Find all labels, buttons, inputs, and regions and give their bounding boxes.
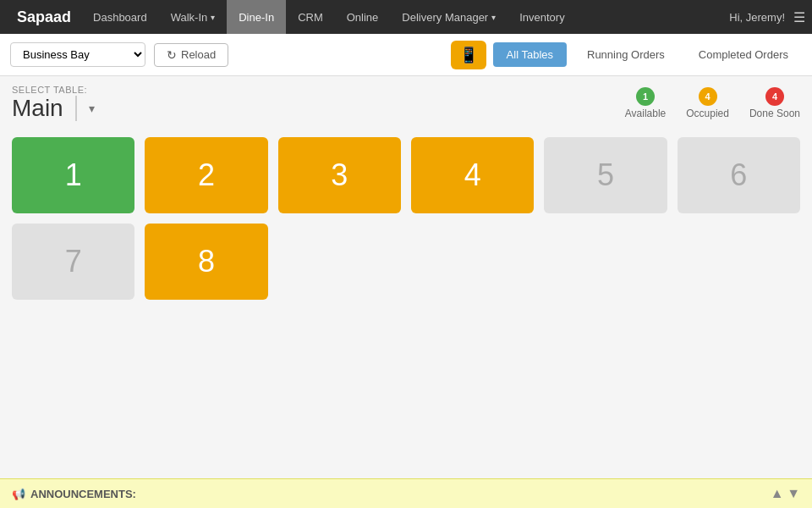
table-cell-5: 5	[544, 137, 667, 213]
reload-label: Reload	[181, 48, 216, 61]
table-cell-3[interactable]: 3	[278, 137, 401, 213]
table-cell-2[interactable]: 2	[145, 137, 267, 213]
tab-running-orders[interactable]: Running Orders	[573, 42, 678, 67]
divider	[75, 96, 77, 121]
toolbar-tabs: 📱 All Tables Running Orders Completed Or…	[451, 41, 802, 69]
table-cell-6: 6	[678, 137, 800, 213]
nav-walk-in[interactable]: Walk-In ▾	[159, 0, 228, 34]
reload-icon: ↻	[167, 48, 177, 62]
reload-button[interactable]: ↻ Reload	[154, 43, 228, 67]
table-name-row: Main ▾	[12, 95, 95, 122]
table-cell-7: 7	[12, 224, 134, 300]
nav-delivery-manager-label: Delivery Manager	[402, 11, 488, 24]
tables-grid: 12345678	[12, 137, 800, 300]
announcements-icon: 📢	[12, 488, 25, 500]
section-header: SELECT TABLE: Main ▾ 1 Available 4 Occup…	[0, 76, 812, 125]
nav-dine-in-label: Dine-In	[239, 11, 274, 24]
announcements-label: ANNOUNCEMENTS:	[30, 488, 136, 500]
nav-crm[interactable]: CRM	[286, 0, 335, 34]
nav-delivery-manager[interactable]: Delivery Manager ▾	[390, 0, 508, 34]
nav-online[interactable]: Online	[335, 0, 391, 34]
top-navigation: Sapaad Dashboard Walk-In ▾ Dine-In CRM O…	[0, 0, 812, 34]
table-cell-1[interactable]: 1	[12, 137, 134, 213]
table-selector: SELECT TABLE: Main ▾	[12, 85, 95, 122]
delivery-manager-arrow-icon: ▾	[491, 13, 496, 22]
hamburger-menu-icon[interactable]: ☰	[793, 9, 805, 25]
available-label: Available	[625, 108, 666, 119]
user-greeting: Hi, Jeremy!	[729, 11, 785, 24]
table-cell-8[interactable]: 8	[145, 224, 267, 300]
table-cell-4[interactable]: 4	[411, 137, 534, 213]
announcements-text: 📢 ANNOUNCEMENTS:	[12, 488, 136, 500]
occupied-badge: 4 Occupied	[686, 87, 729, 119]
announcements-up-icon[interactable]: ▲	[771, 486, 784, 500]
available-count: 1	[636, 87, 655, 106]
announcements-nav: ▲ ▼	[771, 486, 800, 501]
branch-select[interactable]: Business Bay	[10, 42, 145, 67]
status-badges: 1 Available 4 Occupied 4 Done Soon	[625, 87, 800, 119]
nav-dine-in[interactable]: Dine-In	[227, 0, 286, 34]
select-table-label: SELECT TABLE:	[12, 85, 95, 95]
toolbar: Business Bay ↻ Reload 📱 All Tables Runni…	[0, 34, 812, 76]
nav-right-area: Hi, Jeremy! ☰	[729, 9, 805, 25]
tab-all-tables[interactable]: All Tables	[493, 42, 567, 67]
table-area-name: Main	[12, 95, 63, 122]
nav-dashboard[interactable]: Dashboard	[81, 0, 159, 34]
available-badge: 1 Available	[625, 87, 666, 119]
nav-walk-in-label: Walk-In	[171, 11, 208, 24]
done-soon-badge: 4 Done Soon	[749, 87, 800, 119]
brand-logo: Sapaad	[7, 8, 81, 26]
announcements-bar: 📢 ANNOUNCEMENTS: ▲ ▼	[0, 478, 812, 508]
done-soon-count: 4	[765, 87, 784, 106]
tab-completed-orders[interactable]: Completed Orders	[685, 42, 802, 67]
announcements-down-icon[interactable]: ▼	[787, 486, 800, 500]
occupied-count: 4	[699, 87, 717, 106]
walk-in-arrow-icon: ▾	[211, 13, 215, 22]
nav-inventory[interactable]: Inventory	[508, 0, 576, 34]
table-area-chevron-icon[interactable]: ▾	[89, 102, 95, 115]
done-soon-label: Done Soon	[749, 108, 800, 119]
tables-area: 12345678	[0, 125, 812, 312]
mobile-icon-button[interactable]: 📱	[451, 41, 486, 69]
occupied-label: Occupied	[686, 108, 729, 119]
